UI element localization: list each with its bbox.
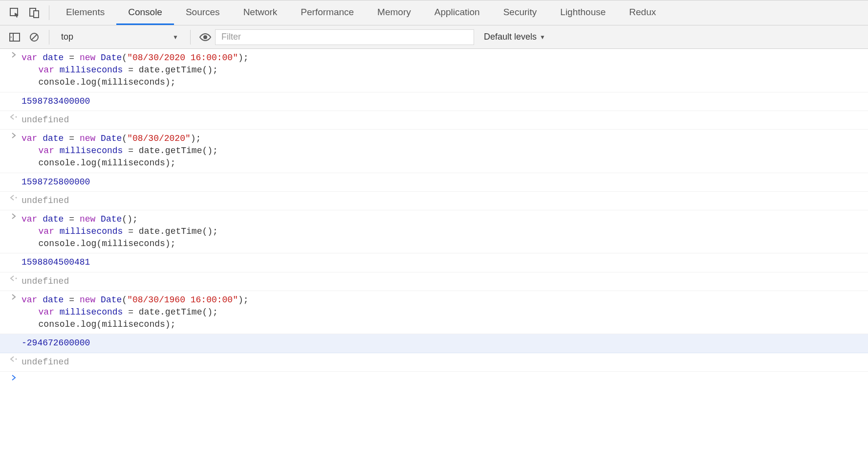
- active-prompt-icon: [6, 374, 22, 381]
- log-value: 1598783400000: [22, 94, 868, 109]
- tab-application[interactable]: Application: [423, 0, 492, 25]
- context-selector[interactable]: top ▼: [54, 29, 181, 45]
- tab-performance[interactable]: Performance: [289, 0, 366, 25]
- svg-rect-2: [34, 11, 39, 18]
- svg-point-7: [203, 35, 207, 39]
- console-entry[interactable]: -294672600000: [0, 334, 868, 353]
- log-gutter: [6, 255, 22, 256]
- console-entry[interactable]: var date = new Date();var milliseconds =…: [0, 210, 868, 254]
- return-chevron-icon: [6, 274, 22, 281]
- console-entry[interactable]: undefined: [0, 272, 868, 291]
- devtools-tab-bar: Elements Console Sources Network Perform…: [0, 0, 868, 25]
- chevron-down-icon: ▼: [540, 34, 545, 41]
- input-chevron-icon: [6, 51, 22, 58]
- divider: [49, 30, 49, 45]
- input-chevron-icon: [6, 212, 22, 219]
- svg-point-9: [16, 197, 17, 198]
- tab-sources[interactable]: Sources: [174, 0, 232, 25]
- log-levels-selector[interactable]: Default levels ▼: [484, 29, 545, 45]
- divider: [49, 5, 49, 20]
- prompt-input[interactable]: [22, 374, 868, 376]
- log-gutter: [6, 175, 22, 176]
- svg-point-11: [16, 358, 17, 360]
- filter-input[interactable]: [215, 29, 474, 45]
- console-toolbar: top ▼ Default levels ▼: [0, 25, 868, 49]
- tab-list: Elements Console Sources Network Perform…: [54, 0, 668, 25]
- return-value: undefined: [22, 113, 868, 127]
- return-chevron-icon: [6, 113, 22, 120]
- console-entry[interactable]: var date = new Date("08/30/2020 16:00:00…: [0, 49, 868, 92]
- return-chevron-icon: [6, 355, 22, 362]
- svg-line-6: [31, 34, 37, 40]
- tab-console[interactable]: Console: [116, 0, 174, 25]
- device-toggle-icon[interactable]: [24, 3, 44, 23]
- console-entry[interactable]: undefined: [0, 192, 868, 210]
- console-entry[interactable]: var date = new Date("08/30/2020");var mi…: [0, 130, 868, 173]
- eye-icon[interactable]: [195, 27, 215, 47]
- input-chevron-icon: [6, 293, 22, 300]
- tab-network[interactable]: Network: [232, 0, 289, 25]
- return-value: undefined: [22, 194, 868, 208]
- log-value: -294672600000: [22, 336, 868, 350]
- console-entry[interactable]: 1598783400000: [0, 92, 868, 111]
- inspect-icon[interactable]: [5, 3, 24, 23]
- console-entry[interactable]: var date = new Date("08/30/1960 16:00:00…: [0, 291, 868, 335]
- log-value: 1598725800000: [22, 175, 868, 189]
- tab-lighthouse[interactable]: Lighthouse: [548, 0, 617, 25]
- tab-redux[interactable]: Redux: [617, 0, 668, 25]
- context-label: top: [61, 32, 73, 42]
- clear-console-icon[interactable]: [24, 27, 44, 47]
- toggle-sidebar-icon[interactable]: [5, 27, 24, 47]
- tab-elements[interactable]: Elements: [54, 0, 116, 25]
- console-output[interactable]: var date = new Date("08/30/2020 16:00:00…: [0, 49, 868, 383]
- chevron-down-icon: ▼: [173, 34, 178, 41]
- log-gutter: [6, 94, 22, 95]
- divider: [190, 30, 191, 45]
- console-entry[interactable]: 1598804500481: [0, 253, 868, 272]
- return-value: undefined: [22, 274, 868, 289]
- console-entry[interactable]: [0, 372, 868, 383]
- return-chevron-icon: [6, 194, 22, 201]
- console-entry[interactable]: undefined: [0, 353, 868, 372]
- console-entry[interactable]: undefined: [0, 111, 868, 130]
- svg-point-8: [16, 116, 17, 117]
- return-value: undefined: [22, 355, 868, 369]
- input-chevron-icon: [6, 132, 22, 138]
- log-value: 1598804500481: [22, 255, 868, 270]
- svg-point-10: [16, 277, 17, 279]
- levels-label: Default levels: [484, 32, 537, 42]
- tab-memory[interactable]: Memory: [366, 0, 423, 25]
- log-gutter: [6, 336, 22, 337]
- console-entry[interactable]: 1598725800000: [0, 173, 868, 192]
- tab-security[interactable]: Security: [492, 0, 549, 25]
